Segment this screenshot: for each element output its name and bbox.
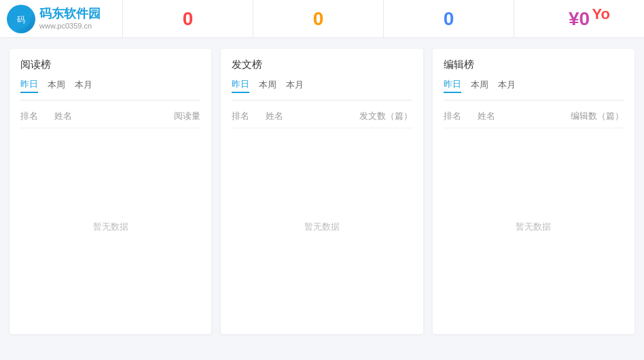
card-edit-table-header: 排名 姓名 编辑数（篇） <box>444 107 624 128</box>
col-name-edit: 姓名 <box>478 110 569 122</box>
card-posts-table-header: 排名 姓名 发文数（篇） <box>232 107 412 128</box>
card-posts-empty: 暂无数据 <box>232 128 412 325</box>
logo-text-block: 码东软件园 www.pc0359.cn <box>39 7 101 31</box>
card-reading-title: 阅读榜 <box>20 58 200 71</box>
card-reading-divider <box>20 100 200 101</box>
card-edit-title: 编辑榜 <box>444 58 624 71</box>
stat-blocks: 0 0 0 ¥0 <box>122 0 644 38</box>
tab-edit-month[interactable]: 本月 <box>498 79 516 92</box>
col-rank-reading: 排名 <box>20 110 54 122</box>
card-reading-empty: 暂无数据 <box>20 128 200 325</box>
card-reading-tabs: 昨日 本周 本月 <box>20 78 200 93</box>
tab-posts-yesterday[interactable]: 昨日 <box>232 78 249 93</box>
stat-block-3: ¥0 <box>514 0 644 38</box>
tab-edit-yesterday[interactable]: 昨日 <box>444 78 461 93</box>
tab-reading-yesterday[interactable]: 昨日 <box>20 78 38 93</box>
logo-circle: 码 <box>7 5 35 33</box>
col-name-posts: 姓名 <box>266 110 357 122</box>
header: 码 码东软件园 www.pc0359.cn 0 0 0 ¥0 Yo <box>0 0 644 38</box>
tab-edit-week[interactable]: 本周 <box>471 79 488 92</box>
card-edit: 编辑榜 昨日 本周 本月 排名 姓名 编辑数（篇） 暂无数据 <box>433 49 634 334</box>
card-reading-table-header: 排名 姓名 阅读量 <box>20 107 200 128</box>
card-edit-tabs: 昨日 本周 本月 <box>444 78 624 93</box>
card-posts-title: 发文榜 <box>232 58 412 71</box>
tab-posts-month[interactable]: 本月 <box>286 79 304 92</box>
card-edit-empty: 暂无数据 <box>444 128 624 325</box>
logo-area: 码 码东软件园 www.pc0359.cn <box>0 0 122 38</box>
stat-block-1: 0 <box>253 0 383 38</box>
col-rank-edit: 排名 <box>444 110 478 122</box>
tab-reading-month[interactable]: 本月 <box>75 79 92 92</box>
page-wrapper: 码 码东软件园 www.pc0359.cn 0 0 0 ¥0 Yo 阅读榜 昨日… <box>0 0 644 345</box>
stat-block-0: 0 <box>122 0 253 38</box>
svg-text:码: 码 <box>17 15 25 24</box>
logo-sub-text: www.pc0359.cn <box>39 22 101 31</box>
col-value-posts: 发文数（篇） <box>358 110 412 122</box>
card-reading: 阅读榜 昨日 本周 本月 排名 姓名 阅读量 暂无数据 <box>10 49 211 334</box>
stat-block-2: 0 <box>383 0 514 38</box>
card-posts-tabs: 昨日 本周 本月 <box>232 78 412 93</box>
col-name-reading: 姓名 <box>54 110 146 122</box>
logo-icon: 码 <box>12 10 31 29</box>
tab-posts-week[interactable]: 本周 <box>259 79 276 92</box>
col-value-reading: 阅读量 <box>146 110 200 122</box>
main-content: 阅读榜 昨日 本周 本月 排名 姓名 阅读量 暂无数据 发文榜 昨日 本周 本月 <box>0 38 644 345</box>
card-posts-divider <box>232 100 412 101</box>
col-rank-posts: 排名 <box>232 110 266 122</box>
logo-main-text: 码东软件园 <box>39 7 101 22</box>
top-right-yo-text: Yo <box>592 5 610 23</box>
tab-reading-week[interactable]: 本周 <box>48 79 65 92</box>
col-value-edit: 编辑数（篇） <box>569 110 624 122</box>
card-posts: 发文榜 昨日 本周 本月 排名 姓名 发文数（篇） 暂无数据 <box>221 49 423 334</box>
card-edit-divider <box>444 100 624 101</box>
